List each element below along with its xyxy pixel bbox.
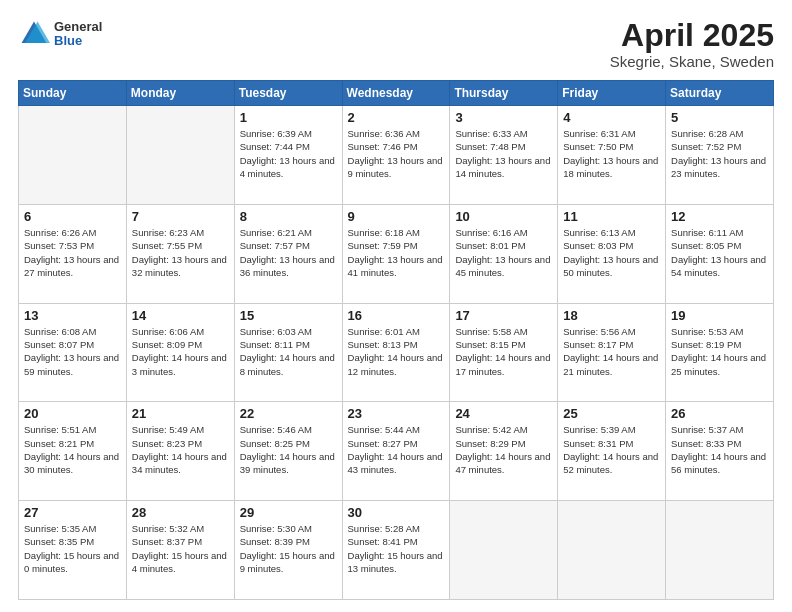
calendar-table: Sunday Monday Tuesday Wednesday Thursday… xyxy=(18,80,774,600)
table-row: 26Sunrise: 5:37 AM Sunset: 8:33 PM Dayli… xyxy=(666,402,774,501)
table-row: 14Sunrise: 6:06 AM Sunset: 8:09 PM Dayli… xyxy=(126,303,234,402)
day-info: Sunrise: 6:26 AM Sunset: 7:53 PM Dayligh… xyxy=(24,226,121,279)
table-row: 29Sunrise: 5:30 AM Sunset: 8:39 PM Dayli… xyxy=(234,501,342,600)
table-row: 28Sunrise: 5:32 AM Sunset: 8:37 PM Dayli… xyxy=(126,501,234,600)
table-row: 3Sunrise: 6:33 AM Sunset: 7:48 PM Daylig… xyxy=(450,106,558,205)
day-info: Sunrise: 6:06 AM Sunset: 8:09 PM Dayligh… xyxy=(132,325,229,378)
day-number: 7 xyxy=(132,209,229,224)
calendar-week-row: 1Sunrise: 6:39 AM Sunset: 7:44 PM Daylig… xyxy=(19,106,774,205)
logo-text: General Blue xyxy=(54,20,102,49)
logo-general-text: General xyxy=(54,20,102,34)
day-info: Sunrise: 5:30 AM Sunset: 8:39 PM Dayligh… xyxy=(240,522,337,575)
table-row: 13Sunrise: 6:08 AM Sunset: 8:07 PM Dayli… xyxy=(19,303,127,402)
day-number: 21 xyxy=(132,406,229,421)
table-row xyxy=(558,501,666,600)
table-row: 21Sunrise: 5:49 AM Sunset: 8:23 PM Dayli… xyxy=(126,402,234,501)
header-row: Sunday Monday Tuesday Wednesday Thursday… xyxy=(19,81,774,106)
day-info: Sunrise: 5:49 AM Sunset: 8:23 PM Dayligh… xyxy=(132,423,229,476)
day-info: Sunrise: 6:31 AM Sunset: 7:50 PM Dayligh… xyxy=(563,127,660,180)
table-row: 19Sunrise: 5:53 AM Sunset: 8:19 PM Dayli… xyxy=(666,303,774,402)
day-info: Sunrise: 5:28 AM Sunset: 8:41 PM Dayligh… xyxy=(348,522,445,575)
day-info: Sunrise: 6:18 AM Sunset: 7:59 PM Dayligh… xyxy=(348,226,445,279)
col-tuesday: Tuesday xyxy=(234,81,342,106)
day-info: Sunrise: 6:39 AM Sunset: 7:44 PM Dayligh… xyxy=(240,127,337,180)
day-number: 6 xyxy=(24,209,121,224)
day-info: Sunrise: 5:42 AM Sunset: 8:29 PM Dayligh… xyxy=(455,423,552,476)
day-number: 9 xyxy=(348,209,445,224)
table-row: 23Sunrise: 5:44 AM Sunset: 8:27 PM Dayli… xyxy=(342,402,450,501)
table-row xyxy=(666,501,774,600)
calendar-subtitle: Skegrie, Skane, Sweden xyxy=(610,53,774,70)
table-row: 4Sunrise: 6:31 AM Sunset: 7:50 PM Daylig… xyxy=(558,106,666,205)
table-row xyxy=(126,106,234,205)
col-friday: Friday xyxy=(558,81,666,106)
table-row: 25Sunrise: 5:39 AM Sunset: 8:31 PM Dayli… xyxy=(558,402,666,501)
day-info: Sunrise: 6:36 AM Sunset: 7:46 PM Dayligh… xyxy=(348,127,445,180)
day-number: 22 xyxy=(240,406,337,421)
day-info: Sunrise: 6:28 AM Sunset: 7:52 PM Dayligh… xyxy=(671,127,768,180)
day-number: 3 xyxy=(455,110,552,125)
day-number: 15 xyxy=(240,308,337,323)
calendar-body: 1Sunrise: 6:39 AM Sunset: 7:44 PM Daylig… xyxy=(19,106,774,600)
day-number: 19 xyxy=(671,308,768,323)
day-number: 10 xyxy=(455,209,552,224)
day-number: 30 xyxy=(348,505,445,520)
day-number: 8 xyxy=(240,209,337,224)
table-row: 12Sunrise: 6:11 AM Sunset: 8:05 PM Dayli… xyxy=(666,204,774,303)
col-wednesday: Wednesday xyxy=(342,81,450,106)
day-info: Sunrise: 6:11 AM Sunset: 8:05 PM Dayligh… xyxy=(671,226,768,279)
logo: General Blue xyxy=(18,18,102,50)
col-saturday: Saturday xyxy=(666,81,774,106)
day-number: 24 xyxy=(455,406,552,421)
day-number: 29 xyxy=(240,505,337,520)
day-info: Sunrise: 5:37 AM Sunset: 8:33 PM Dayligh… xyxy=(671,423,768,476)
day-number: 27 xyxy=(24,505,121,520)
day-info: Sunrise: 6:33 AM Sunset: 7:48 PM Dayligh… xyxy=(455,127,552,180)
day-info: Sunrise: 5:44 AM Sunset: 8:27 PM Dayligh… xyxy=(348,423,445,476)
day-number: 16 xyxy=(348,308,445,323)
table-row: 16Sunrise: 6:01 AM Sunset: 8:13 PM Dayli… xyxy=(342,303,450,402)
day-number: 26 xyxy=(671,406,768,421)
table-row: 18Sunrise: 5:56 AM Sunset: 8:17 PM Dayli… xyxy=(558,303,666,402)
day-number: 14 xyxy=(132,308,229,323)
table-row: 27Sunrise: 5:35 AM Sunset: 8:35 PM Dayli… xyxy=(19,501,127,600)
table-row: 17Sunrise: 5:58 AM Sunset: 8:15 PM Dayli… xyxy=(450,303,558,402)
table-row: 30Sunrise: 5:28 AM Sunset: 8:41 PM Dayli… xyxy=(342,501,450,600)
logo-icon xyxy=(18,18,50,50)
day-info: Sunrise: 5:58 AM Sunset: 8:15 PM Dayligh… xyxy=(455,325,552,378)
day-info: Sunrise: 5:32 AM Sunset: 8:37 PM Dayligh… xyxy=(132,522,229,575)
table-row: 6Sunrise: 6:26 AM Sunset: 7:53 PM Daylig… xyxy=(19,204,127,303)
day-info: Sunrise: 6:08 AM Sunset: 8:07 PM Dayligh… xyxy=(24,325,121,378)
col-thursday: Thursday xyxy=(450,81,558,106)
logo-blue-text: Blue xyxy=(54,34,102,48)
calendar-title: April 2025 xyxy=(610,18,774,53)
table-row: 9Sunrise: 6:18 AM Sunset: 7:59 PM Daylig… xyxy=(342,204,450,303)
day-number: 20 xyxy=(24,406,121,421)
day-number: 1 xyxy=(240,110,337,125)
day-info: Sunrise: 6:03 AM Sunset: 8:11 PM Dayligh… xyxy=(240,325,337,378)
calendar-header: Sunday Monday Tuesday Wednesday Thursday… xyxy=(19,81,774,106)
day-number: 12 xyxy=(671,209,768,224)
table-row: 5Sunrise: 6:28 AM Sunset: 7:52 PM Daylig… xyxy=(666,106,774,205)
day-number: 18 xyxy=(563,308,660,323)
table-row: 7Sunrise: 6:23 AM Sunset: 7:55 PM Daylig… xyxy=(126,204,234,303)
calendar-week-row: 6Sunrise: 6:26 AM Sunset: 7:53 PM Daylig… xyxy=(19,204,774,303)
day-info: Sunrise: 6:13 AM Sunset: 8:03 PM Dayligh… xyxy=(563,226,660,279)
day-number: 2 xyxy=(348,110,445,125)
table-row: 8Sunrise: 6:21 AM Sunset: 7:57 PM Daylig… xyxy=(234,204,342,303)
day-info: Sunrise: 6:23 AM Sunset: 7:55 PM Dayligh… xyxy=(132,226,229,279)
calendar-week-row: 27Sunrise: 5:35 AM Sunset: 8:35 PM Dayli… xyxy=(19,501,774,600)
calendar-week-row: 20Sunrise: 5:51 AM Sunset: 8:21 PM Dayli… xyxy=(19,402,774,501)
page: General Blue April 2025 Skegrie, Skane, … xyxy=(0,0,792,612)
day-number: 17 xyxy=(455,308,552,323)
day-info: Sunrise: 6:01 AM Sunset: 8:13 PM Dayligh… xyxy=(348,325,445,378)
table-row: 1Sunrise: 6:39 AM Sunset: 7:44 PM Daylig… xyxy=(234,106,342,205)
title-block: April 2025 Skegrie, Skane, Sweden xyxy=(610,18,774,70)
day-number: 5 xyxy=(671,110,768,125)
table-row: 20Sunrise: 5:51 AM Sunset: 8:21 PM Dayli… xyxy=(19,402,127,501)
day-info: Sunrise: 5:51 AM Sunset: 8:21 PM Dayligh… xyxy=(24,423,121,476)
day-info: Sunrise: 5:39 AM Sunset: 8:31 PM Dayligh… xyxy=(563,423,660,476)
day-number: 25 xyxy=(563,406,660,421)
header: General Blue April 2025 Skegrie, Skane, … xyxy=(18,18,774,70)
day-number: 28 xyxy=(132,505,229,520)
